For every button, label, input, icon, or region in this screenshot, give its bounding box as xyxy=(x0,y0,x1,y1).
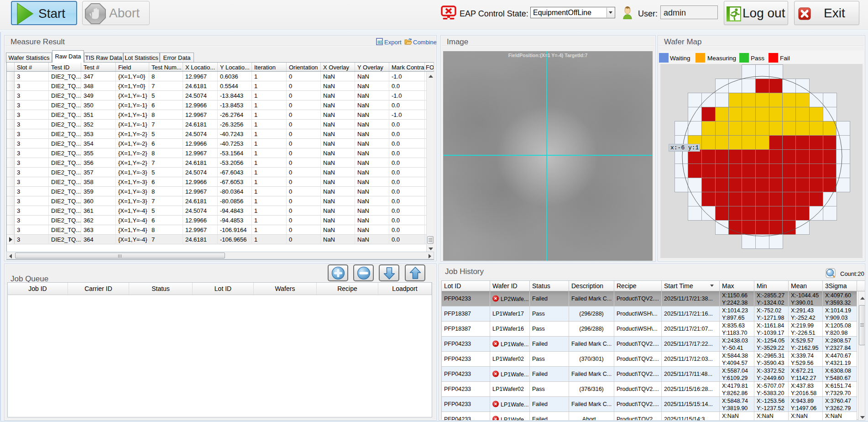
svg-text:CSV: CSV xyxy=(378,41,383,43)
